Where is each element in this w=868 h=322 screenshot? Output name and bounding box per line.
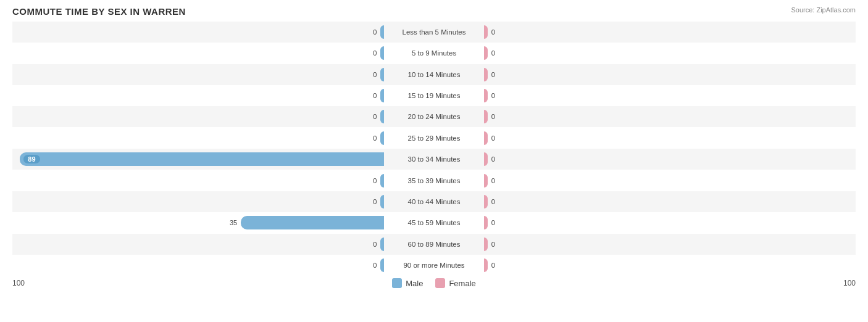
female-value: 0	[491, 134, 504, 142]
right-section: 0	[484, 106, 856, 127]
male-value: 0	[364, 28, 377, 36]
chart-area: 0Less than 5 Minutes005 to 9 Minutes0010…	[12, 22, 856, 276]
row-label: 5 to 9 Minutes	[384, 49, 483, 57]
row-label: 15 to 19 Minutes	[384, 92, 483, 99]
right-section: 0	[484, 212, 856, 233]
female-value: 0	[491, 92, 504, 99]
row-label: 45 to 59 Minutes	[384, 219, 483, 226]
female-value: 0	[491, 177, 504, 184]
male-value: 0	[364, 92, 377, 99]
left-section: 0	[12, 64, 384, 85]
female-value: 0	[491, 28, 504, 36]
female-bar	[484, 25, 488, 39]
left-section: 35	[12, 212, 384, 233]
right-section: 0	[484, 170, 856, 191]
right-section: 0	[484, 128, 856, 149]
bar-row: 015 to 19 Minutes0	[12, 85, 856, 106]
female-bar	[484, 89, 488, 102]
right-section: 0	[484, 234, 856, 255]
left-section: 0	[12, 128, 384, 149]
male-bar	[241, 216, 384, 229]
right-section: 0	[484, 149, 856, 170]
male-value: 0	[364, 177, 377, 184]
female-bar	[484, 68, 488, 81]
chart-title: COMMUTE TIME BY SEX IN WARREN	[12, 6, 856, 17]
male-label: Male	[406, 279, 423, 288]
female-label: Female	[449, 279, 475, 288]
female-value: 0	[491, 155, 504, 163]
female-bar	[484, 152, 488, 166]
female-bar	[484, 174, 488, 188]
bar-row: 05 to 9 Minutes0	[12, 43, 856, 64]
female-value: 0	[491, 262, 504, 269]
bar-row: 8930 to 34 Minutes0	[12, 149, 856, 170]
right-section: 0	[484, 43, 856, 64]
row-label: 60 to 89 Minutes	[384, 241, 483, 248]
right-section: 0	[484, 22, 856, 43]
right-section: 0	[484, 64, 856, 85]
female-bar	[484, 237, 488, 251]
row-label: 25 to 29 Minutes	[384, 134, 483, 142]
bar-row: 0Less than 5 Minutes0	[12, 22, 856, 43]
chart-container: COMMUTE TIME BY SEX IN WARREN Source: Zi…	[0, 0, 868, 322]
male-value: 0	[364, 241, 377, 248]
row-label: 20 to 24 Minutes	[384, 113, 483, 120]
female-value: 0	[491, 71, 504, 78]
bar-row: 3545 to 59 Minutes0	[12, 212, 856, 233]
female-value: 0	[491, 113, 504, 120]
left-section: 0	[12, 22, 384, 43]
male-value: 0	[364, 198, 377, 205]
male-bar: 89	[20, 152, 384, 166]
row-label: 10 to 14 Minutes	[384, 71, 483, 78]
bar-row: 025 to 29 Minutes0	[12, 128, 856, 149]
legend: Male Female	[392, 278, 476, 288]
male-value: 0	[364, 113, 377, 120]
axis-label-left: 100	[12, 279, 49, 287]
female-value: 0	[491, 49, 504, 57]
female-value: 0	[491, 198, 504, 205]
female-bar	[484, 46, 488, 60]
right-section: 0	[484, 85, 856, 106]
female-bar	[484, 131, 488, 145]
left-section: 0	[12, 43, 384, 64]
left-section: 0	[12, 191, 384, 212]
female-bar	[484, 195, 488, 208]
right-section: 0	[484, 191, 856, 212]
bar-row: 040 to 44 Minutes0	[12, 191, 856, 212]
right-section: 0	[484, 255, 856, 276]
female-value: 0	[491, 219, 504, 226]
left-section: 0	[12, 255, 384, 276]
legend-male: Male	[392, 278, 423, 288]
male-value: 0	[364, 262, 377, 269]
left-section: 0	[12, 85, 384, 106]
bar-badge: 89	[23, 155, 40, 163]
male-value: 0	[364, 49, 377, 57]
left-section: 0	[12, 106, 384, 127]
bar-row: 020 to 24 Minutes0	[12, 106, 856, 127]
female-bar	[484, 110, 488, 123]
female-value: 0	[491, 241, 504, 248]
row-label: Less than 5 Minutes	[384, 28, 483, 36]
female-bar	[484, 216, 488, 229]
male-value: 0	[364, 71, 377, 78]
bar-row: 060 to 89 Minutes0	[12, 234, 856, 255]
bar-row: 090 or more Minutes0	[12, 255, 856, 276]
row-label: 40 to 44 Minutes	[384, 198, 483, 205]
source-text: Source: ZipAtlas.com	[791, 6, 856, 14]
row-label: 30 to 34 Minutes	[384, 155, 483, 163]
bottom-bar: 100 Male Female 100	[12, 276, 856, 288]
male-value: 35	[225, 219, 237, 226]
bar-row: 010 to 14 Minutes0	[12, 64, 856, 85]
male-value: 0	[364, 134, 377, 142]
left-section: 0	[12, 170, 384, 191]
legend-female: Female	[435, 278, 475, 288]
female-swatch	[435, 278, 445, 288]
left-section: 89	[12, 149, 384, 170]
row-label: 90 or more Minutes	[384, 262, 483, 269]
bar-row: 035 to 39 Minutes0	[12, 170, 856, 191]
axis-label-right: 100	[819, 279, 856, 287]
male-swatch	[392, 278, 402, 288]
female-bar	[484, 258, 488, 272]
row-label: 35 to 39 Minutes	[384, 177, 483, 184]
left-section: 0	[12, 234, 384, 255]
